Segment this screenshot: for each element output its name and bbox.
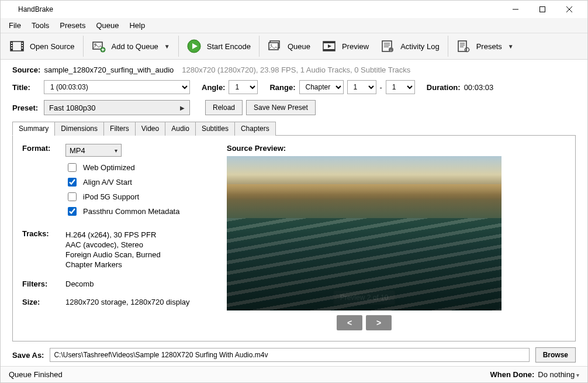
menu-tools[interactable]: Tools xyxy=(27,19,54,32)
passthru-label[interactable]: Passthru Common Metadata xyxy=(83,207,179,216)
svg-rect-10 xyxy=(22,43,23,44)
preset-row: Preset: Fast 1080p30 ▶ Reload Save New P… xyxy=(12,100,576,115)
size-value: 1280x720 storage, 1280x720 display xyxy=(65,298,190,306)
chevron-down-icon: ▼ xyxy=(164,43,170,50)
svg-rect-7 xyxy=(11,43,12,44)
tab-summary[interactable]: Summary xyxy=(12,122,55,136)
preview-next-button[interactable]: > xyxy=(366,315,392,330)
preset-label: Preset: xyxy=(12,103,40,112)
svg-rect-12 xyxy=(22,47,23,49)
preset-value: Fast 1080p30 xyxy=(49,103,96,112)
svg-text:i: i xyxy=(391,49,392,52)
add-to-queue-label: Add to Queue xyxy=(112,42,158,51)
start-encode-button[interactable]: Start Encode xyxy=(181,36,257,57)
angle-label: Angle: xyxy=(202,83,225,92)
maximize-button[interactable] xyxy=(529,1,556,18)
filters-value: Decomb xyxy=(65,280,94,288)
open-source-button[interactable]: Open Source xyxy=(4,36,81,57)
window-title: HandBrake xyxy=(18,5,502,13)
menu-queue[interactable]: Queue xyxy=(91,19,123,32)
save-as-label: Save As: xyxy=(12,351,44,360)
web-optimized-label[interactable]: Web Optimized xyxy=(83,163,135,172)
ipod-label[interactable]: iPod 5G Support xyxy=(83,192,139,201)
svg-rect-8 xyxy=(11,45,12,46)
save-new-preset-button[interactable]: Save New Preset xyxy=(246,100,316,115)
activity-log-label: Activity Log xyxy=(400,42,439,51)
align-av-checkbox[interactable] xyxy=(68,178,77,187)
source-info: 1280x720 (1280x720), 23.98 FPS, 1 Audio … xyxy=(182,65,410,74)
browse-button[interactable]: Browse xyxy=(535,347,576,363)
menu-presets[interactable]: Presets xyxy=(55,19,90,32)
preset-combobox[interactable]: Fast 1080p30 ▶ xyxy=(44,100,190,115)
title-row: Title: 1 (00:03:03) Angle: 1 Range: Chap… xyxy=(12,80,576,94)
range-type-select[interactable]: Chapters xyxy=(299,80,344,94)
tab-filters[interactable]: Filters xyxy=(103,122,136,136)
start-encode-label: Start Encode xyxy=(207,42,251,51)
range-from-select[interactable]: 1 xyxy=(347,80,376,94)
svg-rect-23 xyxy=(323,49,335,51)
tracks-label: Tracks: xyxy=(22,229,65,238)
web-optimized-checkbox[interactable] xyxy=(68,163,77,172)
svg-rect-19 xyxy=(269,43,278,50)
presets-button[interactable]: Presets ▼ xyxy=(451,36,520,57)
when-done-dropdown[interactable]: Do nothing xyxy=(538,370,579,379)
chevron-right-icon: ▶ xyxy=(180,105,185,111)
presets-icon xyxy=(456,39,471,53)
film-icon xyxy=(10,39,24,53)
tab-summary-body: Format: MP4 ▾ Web Optimized Align A/V St… xyxy=(12,136,576,341)
range-label: Range: xyxy=(269,83,295,92)
queue-label: Queue xyxy=(288,42,310,51)
title-label: Title: xyxy=(12,83,40,92)
chevron-down-icon: ▾ xyxy=(115,147,117,154)
tab-dimensions[interactable]: Dimensions xyxy=(54,122,104,136)
statusbar: Queue Finished When Done: Do nothing xyxy=(1,366,587,382)
svg-point-35 xyxy=(465,48,469,52)
content: Source: sample_1280x720_surfing_with_aud… xyxy=(1,60,587,366)
format-select[interactable]: MP4 ▾ xyxy=(65,144,122,157)
source-label: Source: xyxy=(12,65,40,74)
title-select[interactable]: 1 (00:03:03) xyxy=(44,80,190,94)
filters-label: Filters: xyxy=(22,280,65,288)
close-button[interactable] xyxy=(556,1,583,18)
range-sep: - xyxy=(380,83,382,92)
tab-audio[interactable]: Audio xyxy=(165,122,196,136)
angle-select[interactable]: 1 xyxy=(229,80,258,94)
preview-prev-button[interactable]: < xyxy=(337,315,362,330)
app-icon xyxy=(5,5,15,14)
format-value: MP4 xyxy=(70,146,85,155)
tab-video[interactable]: Video xyxy=(135,122,165,136)
preview-badge: Preview 2 of 10 xyxy=(334,291,395,305)
format-label: Format: xyxy=(22,144,65,153)
menu-help[interactable]: Help xyxy=(124,19,150,32)
menu-file[interactable]: File xyxy=(4,19,26,32)
range-to-select[interactable]: 1 xyxy=(386,80,415,94)
preview-icon xyxy=(322,39,336,53)
preview-button[interactable]: Preview xyxy=(316,36,375,57)
queue-icon xyxy=(268,39,282,53)
svg-rect-22 xyxy=(323,42,335,43)
activity-log-button[interactable]: i Activity Log xyxy=(375,36,445,57)
open-source-label: Open Source xyxy=(30,42,75,51)
reload-button[interactable]: Reload xyxy=(205,100,243,115)
svg-point-20 xyxy=(270,44,272,46)
svg-marker-24 xyxy=(328,44,331,48)
save-as-input[interactable] xyxy=(50,348,529,362)
tab-chapters[interactable]: Chapters xyxy=(234,122,276,136)
preview-btn-label: Preview xyxy=(342,42,369,51)
ipod-checkbox[interactable] xyxy=(68,192,77,201)
tabstrip: Summary Dimensions Filters Video Audio S… xyxy=(12,121,576,136)
duration-label: Duration: xyxy=(427,83,461,92)
source-preview-label: Source Preview: xyxy=(227,144,566,153)
align-av-label[interactable]: Align A/V Start xyxy=(83,178,132,187)
tab-subtitles[interactable]: Subtitles xyxy=(195,122,235,136)
toolbar: Open Source Add to Queue ▼ Start Encode … xyxy=(1,33,587,60)
minimize-button[interactable] xyxy=(502,1,529,18)
queue-add-icon xyxy=(92,39,106,53)
add-to-queue-button[interactable]: Add to Queue ▼ xyxy=(86,36,176,57)
queue-button[interactable]: Queue xyxy=(262,36,316,57)
source-name: sample_1280x720_surfing_with_audio xyxy=(44,65,174,74)
chevron-down-icon: ▼ xyxy=(508,43,514,50)
duration-value: 00:03:03 xyxy=(464,83,494,92)
passthru-checkbox[interactable] xyxy=(68,207,77,216)
track-line: Foreign Audio Scan, Burned xyxy=(65,250,161,259)
